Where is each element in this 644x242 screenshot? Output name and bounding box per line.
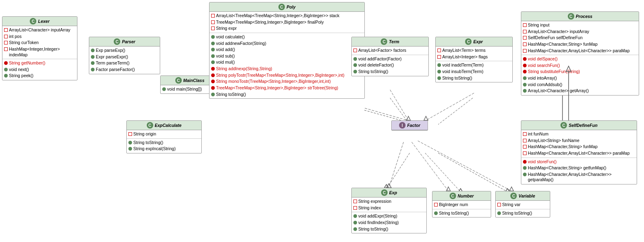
method-icon — [437, 70, 441, 73]
field-text: HashMap<Character,String> funMap — [528, 42, 598, 47]
field-text: HashMap<Character,String> funMap — [528, 144, 598, 150]
field-icon — [128, 132, 132, 136]
parser-methods: Exp parseExp() Expr parseExpr() Term par… — [89, 47, 160, 74]
field-row: ArrayList<Integer> flags — [437, 54, 511, 60]
field-icon — [353, 200, 357, 203]
method-text: void insubTerm(Term) — [442, 69, 483, 75]
lexer-title: Lexer — [38, 19, 49, 24]
lexer-header: C Lexer — [2, 17, 77, 26]
field-text: String origin — [133, 131, 156, 137]
method-row: String monoTostr(TreeMap<String,Integer>… — [211, 78, 363, 85]
method-text: String addlnexp(String,String) — [216, 66, 272, 72]
method-icon — [211, 54, 215, 58]
expcalculate-header: C ExpCalculate — [127, 121, 201, 130]
method-text: void comAddsub() — [528, 82, 562, 88]
method-text: String toString() — [133, 140, 163, 146]
mainclass-title: MainClass — [183, 78, 205, 83]
method-text: Expr parseExpr() — [96, 54, 128, 60]
method-icon — [211, 73, 215, 77]
field-row: HashMap<Character,String> funMap — [523, 144, 635, 150]
field-icon — [4, 35, 8, 38]
field-row: HashMap<Character,ArrayList<Character>> … — [523, 150, 635, 157]
process-title: Process — [576, 14, 593, 19]
lexer-type-icon: C — [30, 18, 36, 24]
expr-fields: ArrayList<Term> terms ArrayList<Integer>… — [436, 47, 512, 61]
variable-title: Variable — [518, 193, 535, 198]
field-icon — [437, 49, 441, 52]
mainclass-type-icon: C — [175, 77, 182, 84]
expcalculate-type-icon: C — [147, 122, 153, 129]
svg-line-19 — [389, 142, 404, 188]
method-text: void calculate() — [216, 34, 245, 40]
field-icon — [211, 27, 215, 30]
method-icon — [497, 211, 501, 215]
method-row: String toString() — [128, 140, 200, 146]
field-icon — [523, 132, 527, 136]
field-text: BigInteger num — [439, 202, 468, 208]
field-text: ArrayList<Character> inputArray — [9, 27, 71, 33]
method-icon — [211, 60, 215, 64]
field-icon — [523, 36, 527, 40]
factor-type-icon: I — [399, 122, 406, 129]
method-text: String expIncal(String) — [133, 146, 176, 152]
method-row: void next() — [4, 67, 75, 73]
method-icon — [523, 160, 527, 164]
method-icon — [211, 67, 215, 71]
field-text: int funNum — [528, 131, 549, 137]
variable-methods: String toString() — [496, 209, 550, 218]
method-icon — [91, 68, 95, 71]
field-row: TreeMap<TreeMap<String,Integer>,BigInteg… — [211, 19, 363, 26]
method-icon — [211, 48, 215, 51]
field-text: ArrayList<Character> inputArray — [528, 29, 589, 35]
poly-class: C Poly ArrayList<TreeMap<TreeMap<String,… — [209, 2, 365, 99]
method-icon — [211, 42, 215, 45]
method-text: String toString() — [502, 211, 532, 216]
process-type-icon: C — [568, 13, 574, 20]
method-row: Expr parseExpr() — [91, 54, 158, 60]
method-row: String substituteFun(String) — [523, 69, 637, 75]
method-icon — [162, 87, 166, 91]
method-row: String toString() — [353, 69, 427, 75]
field-text: ArrayList<TreeMap<TreeMap<String,Integer… — [216, 13, 340, 19]
svg-marker-18 — [424, 116, 428, 120]
svg-marker-7 — [384, 184, 388, 188]
method-text: String toString() — [442, 75, 472, 81]
variable-header: C Variable — [496, 191, 550, 201]
method-text: Exp parseExp() — [96, 48, 125, 53]
field-icon — [211, 20, 215, 24]
method-text: void addExpr(String) — [358, 213, 397, 219]
process-methods: void delSpace() void searchFun() String … — [521, 55, 639, 95]
method-text: TreeMap<TreeMap<String,Integer>,BigInteg… — [216, 85, 338, 91]
field-row: SelfDefineFun selfDefineFun — [523, 35, 637, 41]
term-title: Term — [389, 39, 399, 44]
expr-methods: void inaddTerm(Term) void insubTerm(Term… — [436, 61, 512, 82]
poly-header: C Poly — [210, 2, 364, 12]
method-row: String expIncal(String) — [128, 146, 200, 152]
parser-type-icon: C — [114, 38, 120, 45]
method-row: void delSpace() — [523, 56, 637, 62]
method-text: void searchFun() — [528, 63, 560, 69]
method-icon — [523, 70, 527, 73]
svg-marker-24 — [509, 187, 514, 191]
variable-fields: String var — [496, 201, 550, 209]
poly-methods: void calculate() void addnewFactor(Strin… — [210, 33, 364, 98]
exp-type-icon: C — [381, 189, 388, 196]
method-text: Term parseTerm() — [96, 60, 130, 66]
exp-class: C Exp String expression String index voi… — [351, 188, 427, 233]
method-text: void addFactor(Factor) — [358, 56, 401, 62]
svg-line-1 — [438, 98, 473, 124]
svg-marker-20 — [386, 184, 391, 188]
field-text: String input — [528, 22, 549, 28]
selfdefinefun-header: C SelfDefineFun — [521, 121, 637, 130]
exp-fields: String expression String index — [352, 198, 426, 212]
field-row: HashMap<Character,ArrayList<Character>> … — [523, 48, 637, 54]
field-icon — [4, 47, 8, 51]
method-text: void sub() — [216, 53, 235, 59]
field-text: ArrayList<Factor> factors — [358, 48, 406, 53]
method-text: HashMap<Character,ArrayList<Character>> … — [528, 172, 635, 183]
expr-type-icon: C — [465, 38, 472, 45]
method-row: void inaddTerm(Term) — [437, 62, 511, 69]
field-row: String origin — [128, 131, 200, 138]
expcalculate-title: ExpCalculate — [155, 123, 182, 128]
svg-line-21 — [412, 142, 448, 191]
